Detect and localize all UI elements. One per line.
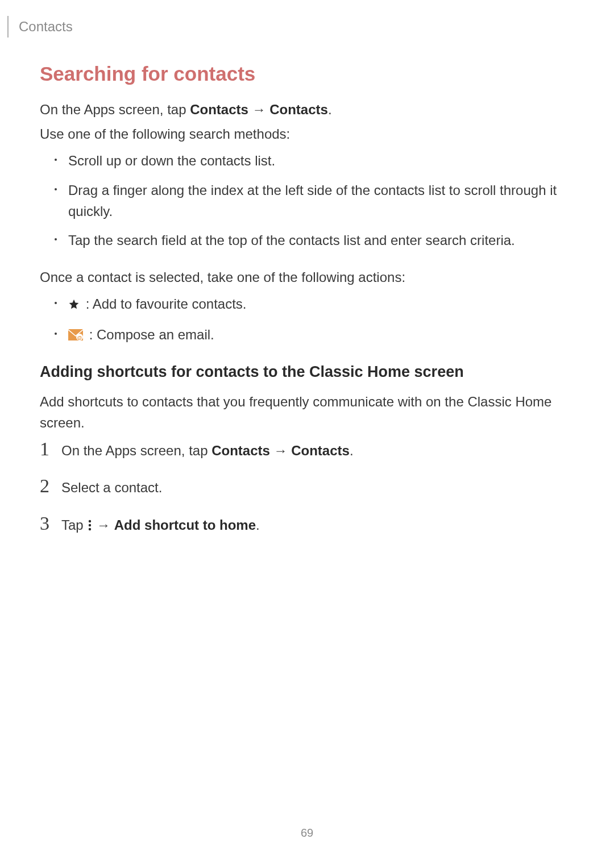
email-icon: @ [68, 325, 83, 346]
intro-bold-contacts-2: Contacts [269, 102, 328, 117]
step3-prefix: Tap [61, 517, 87, 533]
list-item: @ : Compose an email. [40, 324, 571, 346]
step1-bold-1: Contacts [211, 443, 270, 458]
star-action-text: : Add to favourite contacts. [82, 296, 247, 312]
step3-bold: Add shortcut to home [114, 517, 256, 533]
step-text: Select a contact. [61, 475, 162, 498]
bullet-text: Tap the search field at the top of the c… [68, 230, 515, 251]
arrow-icon: → [248, 102, 269, 117]
step-item: 2 Select a contact. [40, 475, 571, 498]
more-options-icon [88, 516, 92, 537]
step-item: 3 Tap → Add shortcut to home. [40, 512, 571, 537]
bullet-icon [55, 188, 57, 190]
bullet-text: @ : Compose an email. [68, 324, 214, 346]
step3-suffix: . [256, 517, 260, 533]
intro-period: . [328, 102, 332, 117]
list-item: : Add to favourite contacts. [40, 293, 571, 315]
bullet-icon [55, 159, 57, 161]
svg-point-5 [89, 528, 91, 530]
step1-suffix: . [350, 443, 354, 458]
step-item: 1 On the Apps screen, tap Contacts → Con… [40, 438, 571, 461]
step-number: 2 [40, 476, 61, 496]
bullet-text: Drag a finger along the index at the lef… [68, 180, 571, 222]
bullet-icon [55, 333, 57, 335]
content-area: Searching for contacts On the Apps scree… [40, 63, 571, 550]
list-item: Drag a finger along the index at the lef… [40, 180, 571, 222]
list-item: Tap the search field at the top of the c… [40, 230, 571, 251]
step-number: 3 [40, 514, 61, 533]
step-text: Tap → Add shortcut to home. [61, 512, 260, 537]
actions-intro: Once a contact is selected, take one of … [40, 267, 571, 288]
methods-intro: Use one of the following search methods: [40, 123, 571, 144]
bullet-icon [55, 302, 57, 304]
step-text: On the Apps screen, tap Contacts → Conta… [61, 438, 354, 461]
intro-bold-contacts-1: Contacts [190, 102, 248, 117]
step-number: 1 [40, 439, 61, 459]
svg-text:@: @ [77, 335, 82, 340]
bullet-text: Scroll up or down the contacts list. [68, 150, 275, 171]
star-icon [68, 294, 80, 315]
bullet-icon [55, 238, 57, 240]
search-methods-list: Scroll up or down the contacts list. Dra… [40, 150, 571, 251]
svg-point-3 [89, 520, 91, 522]
header-divider [7, 16, 9, 38]
breadcrumb: Contacts [19, 19, 73, 35]
arrow-icon: → [93, 517, 114, 533]
actions-list: : Add to favourite contacts. @ : Compose… [40, 293, 571, 346]
subsection-intro: Add shortcuts to contacts that you frequ… [40, 391, 571, 433]
steps-list: 1 On the Apps screen, tap Contacts → Con… [40, 438, 571, 537]
section-title: Searching for contacts [40, 63, 571, 85]
email-action-text: : Compose an email. [85, 327, 214, 342]
intro-text: On the Apps screen, tap [40, 102, 190, 117]
bullet-text: : Add to favourite contacts. [68, 293, 247, 315]
list-item: Scroll up or down the contacts list. [40, 150, 571, 171]
page-header: Contacts [7, 16, 73, 38]
page-number: 69 [0, 827, 614, 840]
step1-bold-2: Contacts [291, 443, 350, 458]
intro-paragraph: On the Apps screen, tap Contacts → Conta… [40, 99, 571, 120]
step1-prefix: On the Apps screen, tap [61, 443, 211, 458]
subsection-title: Adding shortcuts for contacts to the Cla… [40, 363, 571, 381]
arrow-icon: → [270, 443, 291, 458]
svg-point-4 [89, 524, 91, 526]
